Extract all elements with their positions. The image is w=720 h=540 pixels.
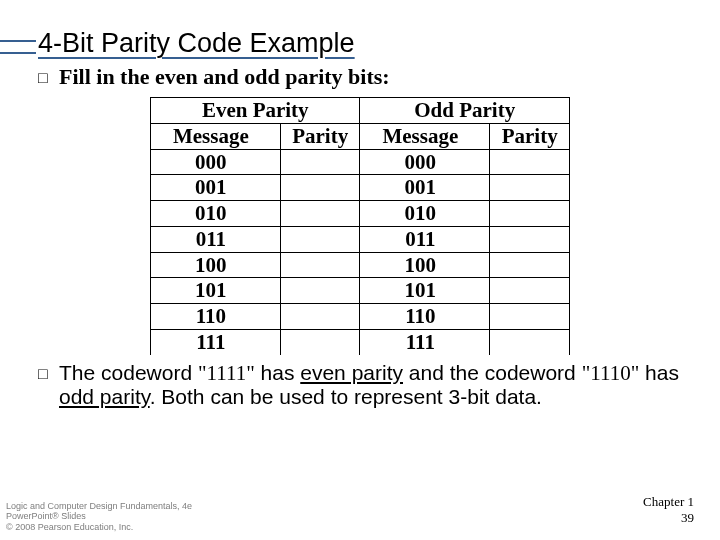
table-header-top: Even Parity Odd Parity xyxy=(151,98,570,124)
even-msg-cell: 010 - xyxy=(151,201,281,227)
table-row: 100 - 100 - xyxy=(151,252,570,278)
odd-message-header: Message - xyxy=(360,123,490,149)
table-row: 111 - 111 - xyxy=(151,329,570,354)
table-header-sub: Message - Parity Message - Parity xyxy=(151,123,570,149)
decor-line-bottom xyxy=(0,52,36,54)
footer-left: Logic and Computer Design Fundamentals, … xyxy=(6,501,192,532)
bullet-2: □ The codeword "1111" has even parity an… xyxy=(38,361,682,409)
even-parity-col-header: Parity xyxy=(280,123,360,149)
even-msg-cell: 000 - xyxy=(151,149,281,175)
odd-msg-cell: 001 - xyxy=(360,175,490,201)
even-msg-cell: 101 - xyxy=(151,278,281,304)
odd-par-cell xyxy=(490,304,570,330)
even-par-cell xyxy=(280,304,360,330)
even-par-cell xyxy=(280,278,360,304)
even-msg-cell: 001 - xyxy=(151,175,281,201)
odd-par-cell xyxy=(490,175,570,201)
parity-table: Even Parity Odd Parity Message - Parity … xyxy=(150,97,570,355)
table-row: 011 - 011 - xyxy=(151,226,570,252)
table-row: 000 - 000 - xyxy=(151,149,570,175)
even-message-header: Message - xyxy=(151,123,281,149)
odd-msg-cell: 101 - xyxy=(360,278,490,304)
odd-msg-cell: 011 - xyxy=(360,226,490,252)
footer-copyright: © 2008 Pearson Education, Inc. xyxy=(6,522,192,532)
bullet-1: □ Fill in the even and odd parity bits: xyxy=(38,65,682,91)
odd-msg-cell: 111 - xyxy=(360,329,490,354)
even-msg-cell: 111 - xyxy=(151,329,281,354)
even-par-cell xyxy=(280,149,360,175)
page-number: 39 xyxy=(643,510,694,526)
even-msg-cell: 110 - xyxy=(151,304,281,330)
footer-right: Chapter 1 39 xyxy=(643,494,694,527)
odd-msg-cell: 010 - xyxy=(360,201,490,227)
odd-msg-cell: 100 - xyxy=(360,252,490,278)
odd-par-cell xyxy=(490,278,570,304)
footer-slides-label: PowerPoint® Slides xyxy=(6,511,192,521)
even-par-cell xyxy=(280,201,360,227)
odd-msg-cell: 000 - xyxy=(360,149,490,175)
odd-par-cell xyxy=(490,329,570,354)
bullet-1-text: Fill in the even and odd parity bits: xyxy=(59,65,390,90)
odd-par-cell xyxy=(490,226,570,252)
even-par-cell xyxy=(280,252,360,278)
bullet-2-text: The codeword "1111" has even parity and … xyxy=(59,361,682,409)
odd-par-cell xyxy=(490,149,570,175)
even-par-cell xyxy=(280,329,360,354)
slide-body: □ Fill in the even and odd parity bits: … xyxy=(38,65,682,409)
even-par-cell xyxy=(280,226,360,252)
even-parity-header: Even Parity xyxy=(151,98,360,124)
odd-parity-header: Odd Parity xyxy=(360,98,570,124)
table-row: 001 - 001 - xyxy=(151,175,570,201)
slide-title: 4-Bit Parity Code Example xyxy=(38,28,355,58)
even-msg-cell: 011 - xyxy=(151,226,281,252)
chapter-label: Chapter 1 xyxy=(643,494,694,510)
bullet-square-icon: □ xyxy=(38,361,56,387)
even-msg-cell: 100 - xyxy=(151,252,281,278)
slide-container: 4-Bit Parity Code Example □ Fill in the … xyxy=(0,0,720,540)
odd-msg-cell: 110 - xyxy=(360,304,490,330)
odd-par-cell xyxy=(490,201,570,227)
table-row: 101 - 101 - xyxy=(151,278,570,304)
bullet-square-icon: □ xyxy=(38,65,56,91)
title-block: 4-Bit Parity Code Example xyxy=(38,28,682,59)
table-row: 110 - 110 - xyxy=(151,304,570,330)
footer-book-title: Logic and Computer Design Fundamentals, … xyxy=(6,501,192,511)
odd-par-cell xyxy=(490,252,570,278)
parity-table-wrap: Even Parity Odd Parity Message - Parity … xyxy=(150,97,570,355)
odd-parity-col-header: Parity xyxy=(490,123,570,149)
table-row: 010 - 010 - xyxy=(151,201,570,227)
decor-line-top xyxy=(0,40,36,42)
even-par-cell xyxy=(280,175,360,201)
